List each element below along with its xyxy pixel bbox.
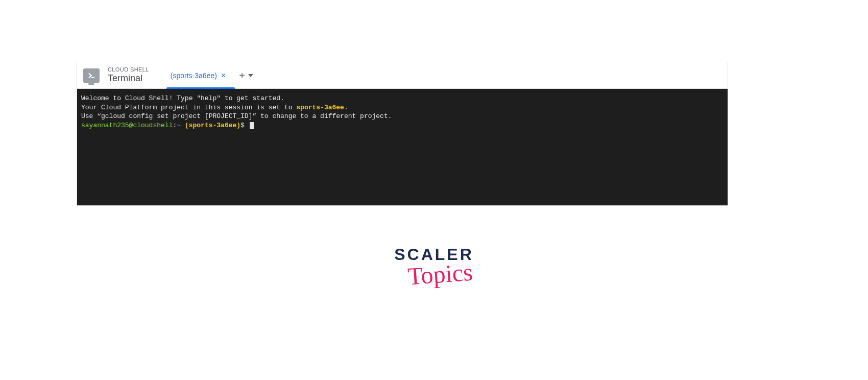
tab-sports-3a6ee[interactable]: (sports-3a6ee) × bbox=[167, 62, 229, 88]
title-small: CLOUD SHELL bbox=[108, 66, 149, 73]
tab-bar: (sports-3a6ee) × + bbox=[167, 62, 253, 88]
close-icon[interactable]: × bbox=[221, 72, 226, 80]
terminal-output[interactable]: Welcome to Cloud Shell! Type "help" to g… bbox=[77, 89, 728, 205]
terminal-line: Your Cloud Platform project in this sess… bbox=[81, 104, 296, 111]
svg-marker-1 bbox=[248, 74, 253, 77]
tab-active-indicator bbox=[166, 87, 235, 89]
watermark-line2: Topics bbox=[399, 257, 480, 291]
terminal-line: Use “gcloud config set project [PROJECT_… bbox=[81, 112, 392, 120]
terminal-line: . bbox=[344, 104, 348, 111]
tab-label: (sports-3a6ee) bbox=[171, 72, 217, 80]
plus-icon: + bbox=[239, 70, 245, 81]
prompt-path: ~ bbox=[177, 122, 181, 129]
cloud-shell-header: CLOUD SHELL Terminal (sports-3a6ee) × + bbox=[77, 62, 728, 89]
title-block: CLOUD SHELL Terminal bbox=[108, 66, 149, 84]
prompt-dollar: $ bbox=[240, 122, 245, 129]
cloud-shell-panel: CLOUD SHELL Terminal (sports-3a6ee) × + … bbox=[77, 62, 728, 206]
add-tab-button[interactable]: + bbox=[239, 70, 253, 81]
prompt-project: (sports-3a6ee) bbox=[181, 122, 240, 129]
title-large: Terminal bbox=[108, 73, 149, 84]
project-id-highlight: sports-3a6ee bbox=[296, 104, 344, 111]
terminal-icon bbox=[83, 68, 100, 83]
terminal-cursor bbox=[250, 122, 254, 129]
chevron-down-icon bbox=[248, 71, 253, 80]
watermark: SCALER Topics bbox=[394, 245, 474, 288]
terminal-line: Welcome to Cloud Shell! Type "help" to g… bbox=[81, 94, 284, 102]
prompt-user: sayannath235@cloudshell bbox=[81, 122, 173, 129]
